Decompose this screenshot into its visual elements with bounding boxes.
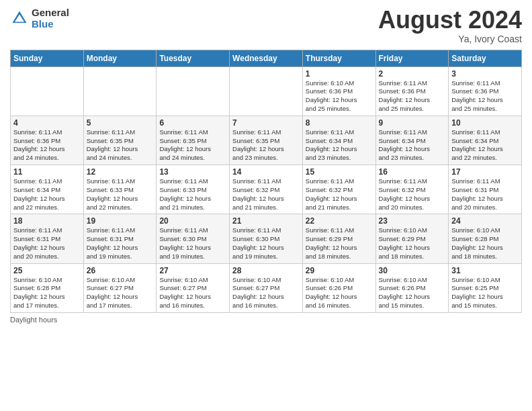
day-cell-10: 10Sunrise: 6:11 AM Sunset: 6:34 PM Dayli… <box>449 116 522 165</box>
day-cell-22: 22Sunrise: 6:11 AM Sunset: 6:29 PM Dayli… <box>302 214 375 263</box>
day-info: Sunrise: 6:10 AM Sunset: 6:26 PM Dayligh… <box>379 276 446 310</box>
day-number: 31 <box>451 266 519 275</box>
header: General Blue August 2024 Ya, Ivory Coast <box>10 7 522 44</box>
day-info: Sunrise: 6:10 AM Sunset: 6:36 PM Dayligh… <box>306 79 373 113</box>
day-number: 21 <box>232 216 300 226</box>
logo-icon <box>10 9 29 28</box>
day-number: 26 <box>87 266 154 275</box>
day-cell-18: 18Sunrise: 6:11 AM Sunset: 6:31 PM Dayli… <box>11 214 84 263</box>
day-number: 1 <box>306 69 373 79</box>
day-number: 30 <box>379 266 446 275</box>
location-text: Ya, Ivory Coast <box>378 34 522 44</box>
day-cell-3: 3Sunrise: 6:11 AM Sunset: 6:36 PM Daylig… <box>449 66 522 116</box>
day-number: 4 <box>13 118 81 128</box>
day-cell-9: 9Sunrise: 6:11 AM Sunset: 6:34 PM Daylig… <box>375 116 449 165</box>
day-info: Sunrise: 6:10 AM Sunset: 6:26 PM Dayligh… <box>306 276 373 310</box>
day-number: 7 <box>232 118 300 128</box>
day-cell-7: 7Sunrise: 6:11 AM Sunset: 6:35 PM Daylig… <box>230 116 303 165</box>
day-number: 23 <box>379 216 446 226</box>
day-cell-empty <box>83 66 157 116</box>
day-info: Sunrise: 6:11 AM Sunset: 6:36 PM Dayligh… <box>379 79 446 113</box>
day-cell-19: 19Sunrise: 6:11 AM Sunset: 6:31 PM Dayli… <box>83 214 157 263</box>
day-cell-11: 11Sunrise: 6:11 AM Sunset: 6:34 PM Dayli… <box>11 165 84 214</box>
day-info: Sunrise: 6:11 AM Sunset: 6:35 PM Dayligh… <box>232 128 300 163</box>
day-info: Sunrise: 6:11 AM Sunset: 6:35 PM Dayligh… <box>159 128 226 163</box>
day-info: Sunrise: 6:10 AM Sunset: 6:28 PM Dayligh… <box>451 226 519 261</box>
day-cell-25: 25Sunrise: 6:10 AM Sunset: 6:28 PM Dayli… <box>11 263 84 312</box>
day-info: Sunrise: 6:11 AM Sunset: 6:31 PM Dayligh… <box>87 226 154 261</box>
day-cell-30: 30Sunrise: 6:10 AM Sunset: 6:26 PM Dayli… <box>375 263 449 312</box>
day-cell-1: 1Sunrise: 6:10 AM Sunset: 6:36 PM Daylig… <box>302 66 375 116</box>
weekday-header-row: SundayMondayTuesdayWednesdayThursdayFrid… <box>11 50 522 66</box>
week-row-5: 25Sunrise: 6:10 AM Sunset: 6:28 PM Dayli… <box>11 263 522 312</box>
day-info: Sunrise: 6:11 AM Sunset: 6:34 PM Dayligh… <box>451 128 519 163</box>
day-number: 15 <box>306 167 373 177</box>
month-year-title: August 2024 <box>378 7 522 34</box>
day-info: Sunrise: 6:10 AM Sunset: 6:27 PM Dayligh… <box>87 276 154 310</box>
day-info: Sunrise: 6:11 AM Sunset: 6:32 PM Dayligh… <box>379 177 446 212</box>
day-number: 28 <box>232 266 300 275</box>
title-block: August 2024 Ya, Ivory Coast <box>378 7 522 44</box>
day-number: 27 <box>159 266 226 275</box>
weekday-header-saturday: Saturday <box>449 50 522 66</box>
day-info: Sunrise: 6:11 AM Sunset: 6:30 PM Dayligh… <box>159 226 226 261</box>
day-number: 17 <box>451 167 519 177</box>
day-info: Sunrise: 6:11 AM Sunset: 6:29 PM Dayligh… <box>306 226 373 261</box>
logo: General Blue <box>10 7 69 30</box>
day-number: 19 <box>87 216 154 226</box>
day-info: Sunrise: 6:11 AM Sunset: 6:32 PM Dayligh… <box>306 177 373 212</box>
day-info: Sunrise: 6:10 AM Sunset: 6:27 PM Dayligh… <box>159 276 226 310</box>
day-info: Sunrise: 6:10 AM Sunset: 6:29 PM Dayligh… <box>379 226 446 261</box>
day-number: 20 <box>159 216 226 226</box>
day-number: 14 <box>232 167 300 177</box>
day-number: 6 <box>159 118 226 128</box>
day-number: 13 <box>159 167 226 177</box>
weekday-header-sunday: Sunday <box>11 50 84 66</box>
week-row-2: 4Sunrise: 6:11 AM Sunset: 6:36 PM Daylig… <box>11 116 522 165</box>
day-info: Sunrise: 6:11 AM Sunset: 6:32 PM Dayligh… <box>232 177 300 212</box>
day-number: 5 <box>87 118 154 128</box>
day-cell-5: 5Sunrise: 6:11 AM Sunset: 6:35 PM Daylig… <box>83 116 157 165</box>
logo-text: General Blue <box>32 7 69 30</box>
day-cell-20: 20Sunrise: 6:11 AM Sunset: 6:30 PM Dayli… <box>157 214 230 263</box>
day-number: 22 <box>306 216 373 226</box>
logo-general-text: General <box>32 7 69 18</box>
day-info: Sunrise: 6:11 AM Sunset: 6:33 PM Dayligh… <box>87 177 154 212</box>
day-cell-15: 15Sunrise: 6:11 AM Sunset: 6:32 PM Dayli… <box>302 165 375 214</box>
day-number: 10 <box>451 118 519 128</box>
day-cell-12: 12Sunrise: 6:11 AM Sunset: 6:33 PM Dayli… <box>83 165 157 214</box>
day-cell-empty <box>230 66 303 116</box>
day-number: 29 <box>306 266 373 275</box>
day-cell-31: 31Sunrise: 6:10 AM Sunset: 6:25 PM Dayli… <box>449 263 522 312</box>
day-info: Sunrise: 6:11 AM Sunset: 6:36 PM Dayligh… <box>13 128 81 163</box>
footer-note: Daylight hours <box>10 316 522 324</box>
weekday-header-wednesday: Wednesday <box>230 50 303 66</box>
week-row-3: 11Sunrise: 6:11 AM Sunset: 6:34 PM Dayli… <box>11 165 522 214</box>
day-info: Sunrise: 6:10 AM Sunset: 6:28 PM Dayligh… <box>13 276 81 310</box>
day-info: Sunrise: 6:11 AM Sunset: 6:34 PM Dayligh… <box>306 128 373 163</box>
week-row-4: 18Sunrise: 6:11 AM Sunset: 6:31 PM Dayli… <box>11 214 522 263</box>
day-cell-empty <box>11 66 84 116</box>
day-info: Sunrise: 6:10 AM Sunset: 6:25 PM Dayligh… <box>451 276 519 310</box>
day-cell-26: 26Sunrise: 6:10 AM Sunset: 6:27 PM Dayli… <box>83 263 157 312</box>
day-cell-4: 4Sunrise: 6:11 AM Sunset: 6:36 PM Daylig… <box>11 116 84 165</box>
week-row-1: 1Sunrise: 6:10 AM Sunset: 6:36 PM Daylig… <box>11 66 522 116</box>
day-info: Sunrise: 6:11 AM Sunset: 6:31 PM Dayligh… <box>13 226 81 261</box>
day-number: 9 <box>379 118 446 128</box>
day-number: 11 <box>13 167 81 177</box>
day-cell-16: 16Sunrise: 6:11 AM Sunset: 6:32 PM Dayli… <box>375 165 449 214</box>
logo-blue-text: Blue <box>32 18 69 30</box>
day-cell-29: 29Sunrise: 6:10 AM Sunset: 6:26 PM Dayli… <box>302 263 375 312</box>
day-cell-23: 23Sunrise: 6:10 AM Sunset: 6:29 PM Dayli… <box>375 214 449 263</box>
day-cell-empty <box>157 66 230 116</box>
day-info: Sunrise: 6:10 AM Sunset: 6:27 PM Dayligh… <box>232 276 300 310</box>
day-cell-21: 21Sunrise: 6:11 AM Sunset: 6:30 PM Dayli… <box>230 214 303 263</box>
day-number: 3 <box>451 69 519 79</box>
day-cell-28: 28Sunrise: 6:10 AM Sunset: 6:27 PM Dayli… <box>230 263 303 312</box>
day-number: 24 <box>451 216 519 226</box>
day-number: 18 <box>13 216 81 226</box>
day-info: Sunrise: 6:11 AM Sunset: 6:30 PM Dayligh… <box>232 226 300 261</box>
day-number: 8 <box>306 118 373 128</box>
day-info: Sunrise: 6:11 AM Sunset: 6:34 PM Dayligh… <box>379 128 446 163</box>
weekday-header-monday: Monday <box>83 50 157 66</box>
